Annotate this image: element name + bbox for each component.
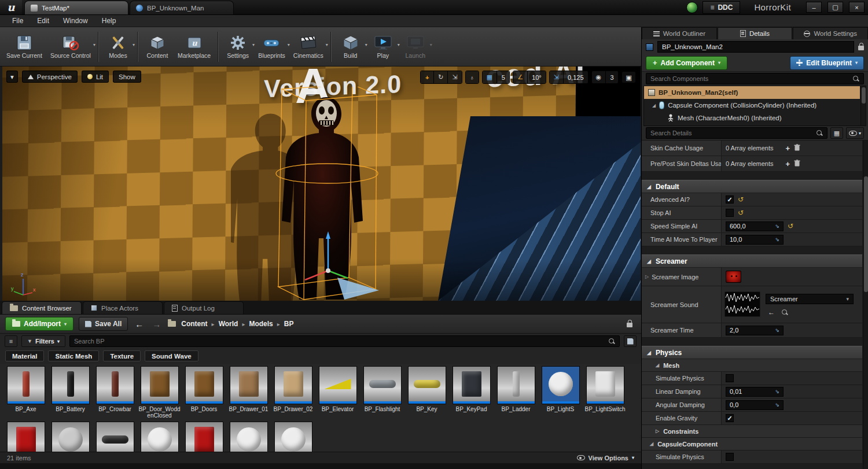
- rotation-snap-icon[interactable]: ∠: [513, 71, 527, 83]
- play-button[interactable]: Play ▾: [367, 33, 399, 61]
- filters-button[interactable]: ▼ Filters ▾: [21, 335, 65, 347]
- rotation-snap-value[interactable]: 10°: [527, 71, 546, 83]
- settings-button[interactable]: Settings ▾: [222, 33, 254, 61]
- filter-chip[interactable]: Material: [5, 350, 44, 361]
- asset-item[interactable]: BP_Drawer_01: [226, 365, 271, 420]
- scale-snap-value[interactable]: 0,125: [563, 71, 588, 83]
- modes-button[interactable]: Modes ▾: [102, 33, 134, 61]
- show-flags-button[interactable]: Show: [113, 71, 141, 83]
- move-tool-button[interactable]: +: [421, 71, 433, 83]
- perspective-button[interactable]: Perspective: [22, 71, 78, 83]
- restore-button[interactable]: ▢: [827, 2, 843, 13]
- scrollbar-thumb[interactable]: [864, 176, 868, 292]
- save-all-button[interactable]: Save All: [79, 317, 128, 331]
- tab-output-log[interactable]: Output Log: [164, 301, 244, 314]
- screamer-time-field[interactable]: 2,0⇘: [726, 326, 784, 335]
- components-scrollbar[interactable]: [860, 86, 866, 125]
- launch-button[interactable]: Launch ▾: [399, 33, 432, 61]
- grid-snap-icon[interactable]: ▦: [483, 71, 496, 83]
- breadcrumb-item[interactable]: World: [219, 320, 238, 328]
- camera-speed-value[interactable]: 3: [605, 71, 618, 83]
- close-button[interactable]: ×: [849, 2, 865, 13]
- asset-item[interactable]: BP_Door_WoddenClosed: [137, 365, 182, 420]
- asset-item[interactable]: BP_Ladder: [494, 365, 538, 420]
- menu-item[interactable]: Edit: [31, 16, 56, 26]
- asset-item[interactable]: [226, 420, 271, 452]
- add-component-button[interactable]: + Add Component ▾: [646, 56, 727, 70]
- filter-chip[interactable]: Texture: [103, 350, 141, 361]
- lit-mode-button[interactable]: Lit: [82, 71, 109, 83]
- add-array-element-icon[interactable]: +: [786, 160, 790, 168]
- reset-to-default-icon[interactable]: ↺: [788, 223, 793, 230]
- display-filter-button[interactable]: ▾: [846, 127, 864, 139]
- cinematics-button[interactable]: Cinematics ▾: [289, 33, 328, 61]
- save-current-button[interactable]: Save Current: [2, 33, 46, 61]
- instance-name-input[interactable]: [657, 41, 854, 53]
- asset-item[interactable]: BP_Axe: [3, 365, 48, 420]
- content-button[interactable]: Content: [141, 33, 174, 61]
- section-default[interactable]: ◢ Default: [642, 180, 862, 193]
- lock-icon[interactable]: [858, 46, 864, 50]
- tab-place-actors[interactable]: Place Actors: [83, 301, 163, 314]
- asset-item[interactable]: BP_Elevator: [315, 365, 360, 420]
- browse-to-asset-icon[interactable]: [782, 309, 788, 316]
- ddc-button[interactable]: ≡ DDC: [703, 1, 740, 14]
- simulate-physics-capsule-checkbox[interactable]: ✓: [726, 453, 734, 461]
- asset-item[interactable]: BP_KeyPad: [449, 365, 494, 420]
- details-scrollbar[interactable]: [863, 141, 868, 469]
- delete-array-icon[interactable]: [794, 144, 800, 152]
- build-button[interactable]: Build ▾: [334, 33, 367, 61]
- screamer-image-thumbnail[interactable]: [726, 271, 741, 283]
- component-row-capsule[interactable]: ◢ Capsule Component (CollisionCylinder) …: [644, 99, 860, 112]
- section-screamer[interactable]: ◢ Screamer: [642, 254, 862, 268]
- back-button[interactable]: ←: [133, 319, 145, 329]
- character-actor[interactable]: [231, 87, 422, 301]
- use-selected-asset-icon[interactable]: ←: [768, 308, 775, 316]
- tab-world-settings[interactable]: World Settings: [793, 27, 868, 39]
- asset-item[interactable]: [93, 420, 137, 452]
- subsection-capsule-component[interactable]: ◢ CapsuleComponent: [642, 438, 862, 450]
- level-viewport[interactable]: Version 2.0 A ced AI: [2, 67, 641, 301]
- search-assets-input[interactable]: [74, 338, 605, 345]
- search-components-input[interactable]: [650, 75, 849, 82]
- filter-chip[interactable]: Static Mesh: [48, 350, 99, 361]
- subsection-mesh[interactable]: ◢ Mesh: [642, 359, 862, 372]
- tab-bp-unknown-man[interactable]: BP_Unknown_Man: [130, 1, 234, 14]
- tab-content-browser[interactable]: Content Browser: [2, 301, 82, 314]
- breadcrumb-item[interactable]: Models: [249, 320, 273, 328]
- stop-ai-checkbox[interactable]: ✓: [726, 209, 734, 217]
- forward-button[interactable]: →: [150, 319, 163, 329]
- simulate-physics-checkbox[interactable]: ✓: [726, 374, 734, 382]
- sound-wave-thumbnail[interactable]: [724, 291, 760, 318]
- section-physics[interactable]: ◢ Physics: [642, 346, 862, 359]
- asset-item[interactable]: BP_Crowbar: [93, 365, 137, 420]
- tab-details[interactable]: Details: [718, 27, 793, 39]
- asset-item[interactable]: BP_Doors: [182, 365, 226, 420]
- angular-damping-field[interactable]: 0,0⇘: [726, 400, 784, 410]
- lock-icon[interactable]: [627, 323, 632, 327]
- delete-array-icon[interactable]: [794, 160, 800, 168]
- breadcrumb-item[interactable]: BP: [284, 320, 294, 328]
- speed-simple-ai-field[interactable]: 600,0⇘: [726, 221, 784, 231]
- enable-gravity-checkbox[interactable]: ✓: [726, 414, 734, 422]
- menu-item[interactable]: File: [6, 16, 30, 26]
- collapsed-arrow-icon[interactable]: ▷: [645, 274, 649, 279]
- edit-blueprint-button[interactable]: Edit Blueprint ▾: [790, 56, 864, 70]
- filter-chip[interactable]: Sound Wave: [145, 350, 198, 361]
- view-options-button[interactable]: View Options ▾: [577, 455, 635, 461]
- asset-item[interactable]: BP_Battery: [48, 365, 93, 420]
- asset-item[interactable]: BP_LightS: [538, 365, 583, 420]
- source-control-button[interactable]: Source Control ▾: [46, 33, 95, 61]
- asset-item[interactable]: BP_Key: [404, 365, 449, 420]
- reset-to-default-icon[interactable]: ↺: [738, 209, 744, 216]
- marketplace-button[interactable]: u Marketplace: [174, 33, 215, 61]
- add-array-element-icon[interactable]: +: [786, 144, 790, 153]
- asset-item[interactable]: BP_Drawer_02: [271, 365, 315, 420]
- menu-item[interactable]: Help: [95, 16, 123, 26]
- minimize-button[interactable]: –: [806, 2, 822, 13]
- reset-to-default-icon[interactable]: ↺: [738, 196, 744, 203]
- component-row-mesh[interactable]: Mesh (CharacterMesh0) (Inherited): [644, 112, 860, 124]
- subsection-constraints[interactable]: ▷ Constraints: [642, 425, 862, 438]
- world-local-toggle-button[interactable]: ♁: [466, 71, 479, 83]
- asset-item[interactable]: [48, 420, 93, 452]
